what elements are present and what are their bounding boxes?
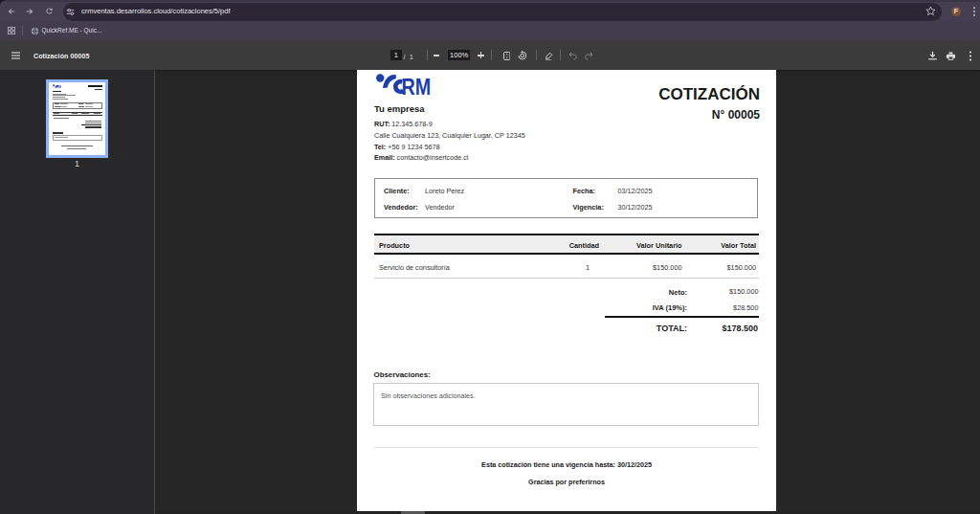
svg-text:RM: RM xyxy=(56,84,61,88)
svg-text:RM: RM xyxy=(402,74,432,98)
